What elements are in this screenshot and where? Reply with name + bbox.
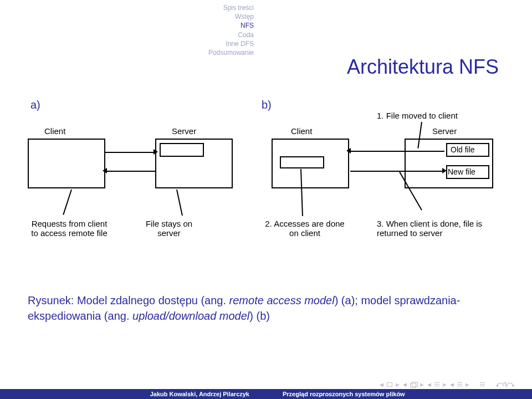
a-client-label: Client [44,126,65,136]
nav-item[interactable]: Wstęp [137,12,254,21]
leader-line [176,190,183,216]
next-section-icon[interactable]: ▶ [396,382,400,387]
prev-sub-icon[interactable]: ◀ [427,382,431,387]
b-arrow-upload [350,171,444,172]
forward-icon[interactable]: ▶ [466,382,469,387]
nav-item[interactable]: Podsumowanie [137,48,254,57]
b-server-label: Server [432,126,457,136]
arrow-left-icon [346,148,351,154]
a-caption-requests: Requests from client to access remote fi… [30,219,108,238]
outline-icon[interactable] [480,382,485,386]
b-file-on-client [280,156,324,168]
nav-icons: ◀ ▶ ◀ ▶ ◀ ▶ ◀ ▶ ↶૧↷ [380,380,514,389]
caption-em: upload/download model [132,310,249,322]
frames-icon[interactable] [410,382,417,387]
footer-title: Przegląd rozproszonych systemów plików [266,391,532,397]
back-icon[interactable]: ◀ [450,382,454,387]
caption-prefix: Rysunek: [28,294,74,306]
label-a: a) [30,99,40,111]
a-client-box [28,139,105,188]
arrow-left-icon [103,168,107,173]
a-caption-stays: File stays on server [139,219,200,238]
goto-icon[interactable] [434,382,439,386]
prev-frame-icon[interactable]: ◀ [403,382,407,387]
b-arrow-download [350,151,444,152]
caption-em: remote access model [229,294,335,306]
undo-redo-icon[interactable]: ↶૧↷ [495,380,514,389]
next-frame-icon[interactable]: ▶ [420,382,424,387]
footer-bar: Jakub Kowalski, Andrzej Pilarczyk Przegl… [0,389,532,399]
b-caption-1: 1. File moved to client [377,111,488,120]
b-client-label: Client [291,126,312,136]
a-arrow-request [105,152,155,153]
nav-item[interactable]: Inne DFS [137,39,254,48]
nav-item[interactable]: Coda [137,30,254,39]
prev-slide-icon[interactable]: ◀ [380,382,383,387]
caption-text: Model zdalnego dostępu (ang. [74,294,229,306]
leader-line [63,190,72,215]
label-b: b) [262,99,272,111]
next-sub-icon[interactable]: ▶ [443,382,447,387]
figure-caption: Rysunek: Model zdalnego dostępu (ang. re… [28,293,504,324]
b-caption-2: 2. Accesses are done on client [260,219,349,238]
diagram: Client Server Requests from client to ac… [22,111,510,266]
footer-authors: Jakub Kowalski, Andrzej Pilarczyk [0,391,266,397]
arrow-right-icon [154,149,158,155]
a-arrow-response [105,171,155,172]
slide-title: Architektura NFS [347,55,499,79]
section-icon[interactable] [387,382,392,387]
nav-sections: Spis treści Wstęp NFS Coda Inne DFS Pods… [137,3,254,57]
b-old-file-label: Old file [451,145,475,154]
b-caption-3: 3. When client is done, file is returned… [377,219,499,238]
goto-end-icon[interactable] [457,382,462,386]
nav-item[interactable]: NFS [137,21,254,30]
nav-item[interactable]: Spis treści [137,3,254,12]
a-server-label: Server [172,126,196,136]
b-new-file-label: New file [448,167,475,176]
caption-text: ) (b) [249,310,270,322]
arrow-right-icon [442,168,447,173]
a-file-box [160,143,204,157]
